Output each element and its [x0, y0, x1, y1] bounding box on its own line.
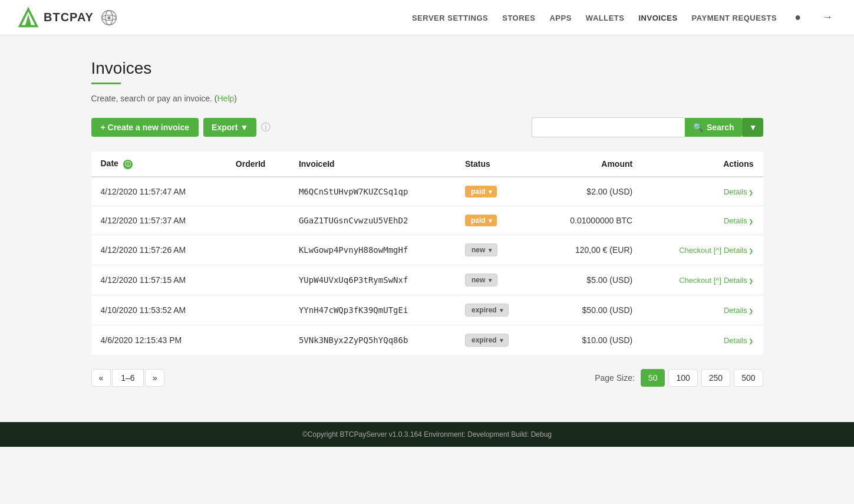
date-info-icon[interactable]: ⓘ — [123, 160, 133, 169]
brand-name: BTCPAY — [44, 11, 94, 24]
details-chevron-icon: ❯ — [747, 308, 754, 314]
checkout-link[interactable]: Checkout [^] — [679, 276, 721, 285]
page-size-250[interactable]: 250 — [701, 369, 730, 387]
pagination: « 1–6 » — [91, 369, 165, 387]
details-chevron-icon: ❯ — [747, 248, 754, 254]
cell-status: expired ▼ — [456, 325, 536, 355]
cell-status: new ▼ — [456, 235, 536, 265]
table-row: 4/12/2020 11:57:15 AMYUpW4UVxUq6P3tRymSw… — [91, 265, 763, 295]
status-badge[interactable]: paid ▼ — [465, 186, 497, 197]
status-badge[interactable]: expired ▼ — [465, 304, 509, 317]
cell-actions: Details ❯ — [642, 206, 763, 235]
status-badge[interactable]: paid ▼ — [465, 215, 497, 226]
cell-date: 4/12/2020 11:57:26 AM — [91, 235, 226, 265]
details-chevron-icon: ❯ — [747, 218, 754, 225]
pagination-prev[interactable]: « — [91, 369, 111, 387]
cell-date: 4/12/2020 11:57:15 AM — [91, 265, 226, 295]
col-date: Date ⓘ — [91, 151, 226, 177]
details-chevron-icon: ❯ — [747, 338, 754, 344]
cell-status: expired ▼ — [456, 295, 536, 325]
nav-apps[interactable]: APPS — [549, 14, 571, 22]
checkout-link[interactable]: Checkout [^] — [679, 246, 721, 255]
status-badge[interactable]: expired ▼ — [465, 334, 509, 347]
details-link[interactable]: Details — [724, 336, 747, 345]
details-link[interactable]: Details — [724, 187, 747, 196]
nav-links: SERVER SETTINGS STORES APPS WALLETS INVO… — [412, 9, 836, 26]
page-subtitle: Create, search or pay an invoice. (Help) — [91, 94, 763, 103]
details-chevron-icon: ❯ — [747, 278, 754, 284]
cell-date: 4/12/2020 11:57:47 AM — [91, 177, 226, 206]
toolbar-help-icon[interactable]: ⓘ — [261, 121, 271, 134]
status-badge[interactable]: new ▼ — [465, 243, 497, 256]
search-dropdown-button[interactable]: ▼ — [743, 118, 763, 137]
page-size-label: Page Size: — [595, 373, 635, 383]
details-link[interactable]: Details — [724, 216, 747, 225]
nav-stores[interactable]: STORES — [502, 14, 535, 22]
cell-invoiceid: YYnH47cWQp3fK39QmUTgEi — [289, 295, 456, 325]
nav-server-settings[interactable]: SERVER SETTINGS — [412, 14, 488, 22]
cell-amount: $50.00 (USD) — [536, 295, 642, 325]
toolbar: + Create a new invoice Export ▼ ⓘ 🔍 Sear… — [91, 117, 763, 137]
badge-caret-icon: ▼ — [499, 337, 505, 344]
col-invoiceid: InvoiceId — [289, 151, 456, 177]
tor-icon — [101, 9, 117, 26]
cell-invoiceid: GGaZ1TUGsnCvwzuU5VEhD2 — [289, 206, 456, 235]
page-size-section: Page Size: 50 100 250 500 — [595, 369, 763, 387]
table-header-row: Date ⓘ OrderId InvoiceId Status Amount A… — [91, 151, 763, 177]
footer-text: ©Copyright BTCPayServer v1.0.3.164 Envir… — [302, 430, 552, 439]
details-link[interactable]: Details — [724, 276, 747, 285]
subtitle-text: Create, search or pay an invoice. ( — [91, 94, 217, 103]
details-chevron-icon: ❯ — [747, 189, 754, 196]
cell-status: new ▼ — [456, 265, 536, 295]
cell-amount: 120,00 € (EUR) — [536, 235, 642, 265]
cell-orderid — [226, 295, 289, 325]
badge-caret-icon: ▼ — [499, 307, 505, 314]
search-icon: 🔍 — [693, 123, 703, 132]
cell-invoiceid: YUpW4UVxUq6P3tRymSwNxf — [289, 265, 456, 295]
invoice-table: Date ⓘ OrderId InvoiceId Status Amount A… — [91, 151, 763, 355]
brand-logo[interactable]: BTCPAY — [18, 7, 117, 28]
search-input[interactable] — [532, 117, 685, 137]
main-content: Invoices Create, search or pay an invoic… — [74, 35, 781, 422]
navbar: BTCPAY SERVER SETTINGS STORES APPS WALLE… — [0, 0, 854, 35]
cell-status: paid ▼ — [456, 177, 536, 206]
status-badge[interactable]: new ▼ — [465, 274, 497, 286]
cell-orderid — [226, 177, 289, 206]
svg-marker-1 — [25, 14, 32, 26]
user-icon-button[interactable]: ● — [791, 9, 804, 26]
export-caret-icon: ▼ — [240, 123, 248, 132]
search-section: 🔍 Search ▼ — [532, 117, 763, 137]
export-label: Export — [212, 123, 238, 132]
pagination-range: 1–6 — [112, 369, 143, 387]
cell-actions: Details ❯ — [642, 295, 763, 325]
page-size-500[interactable]: 500 — [734, 369, 763, 387]
details-link[interactable]: Details — [724, 306, 747, 315]
cell-status: paid ▼ — [456, 206, 536, 235]
nav-payment-requests[interactable]: PAYMENT REQUESTS — [692, 14, 777, 22]
details-link[interactable]: Details — [724, 246, 747, 255]
cell-invoiceid: M6QCnStUHvpW7KUZCSq1qp — [289, 177, 456, 206]
svg-point-5 — [107, 16, 110, 19]
search-label: Search — [707, 123, 734, 132]
create-invoice-button[interactable]: + Create a new invoice — [91, 118, 199, 137]
cell-orderid — [226, 206, 289, 235]
col-amount: Amount — [536, 151, 642, 177]
help-link[interactable]: Help — [217, 94, 235, 103]
page-size-100[interactable]: 100 — [668, 369, 697, 387]
search-dropdown-caret-icon: ▼ — [749, 123, 757, 132]
nav-wallets[interactable]: WALLETS — [586, 14, 625, 22]
nav-invoices[interactable]: INVOICES — [638, 14, 677, 22]
search-button[interactable]: 🔍 Search — [685, 118, 743, 137]
cell-date: 4/10/2020 11:53:52 AM — [91, 295, 226, 325]
table-row: 4/12/2020 11:57:47 AMM6QCnStUHvpW7KUZCSq… — [91, 177, 763, 206]
export-button[interactable]: Export ▼ — [203, 118, 256, 137]
btcpay-logo-icon — [18, 7, 39, 28]
title-underline — [91, 83, 121, 84]
logout-icon-button[interactable]: → — [819, 9, 836, 26]
pagination-next[interactable]: » — [145, 369, 165, 387]
col-orderid: OrderId — [226, 151, 289, 177]
page-size-50[interactable]: 50 — [641, 369, 665, 387]
cell-amount: $10.00 (USD) — [536, 325, 642, 355]
cell-amount: $5.00 (USD) — [536, 265, 642, 295]
col-actions: Actions — [642, 151, 763, 177]
